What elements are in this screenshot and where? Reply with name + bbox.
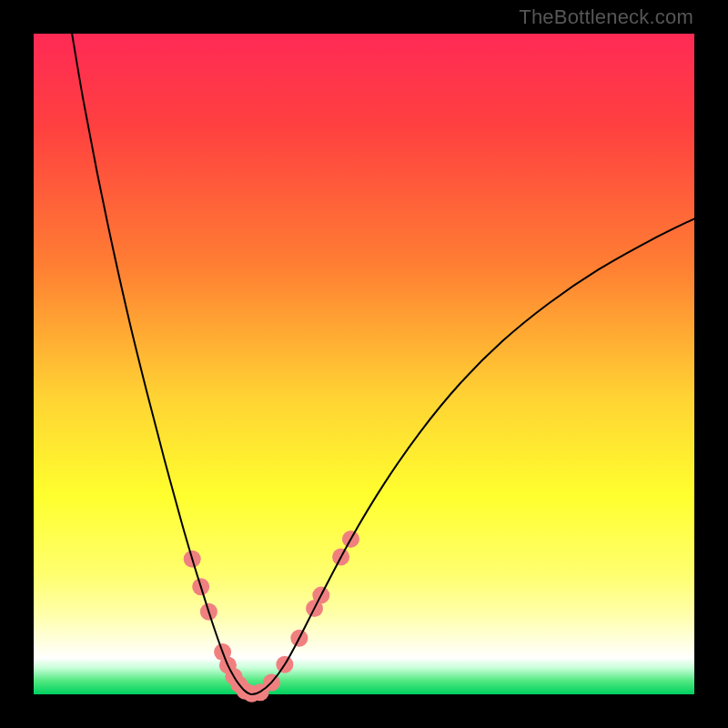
watermark-text: TheBottleneck.com [519,5,693,29]
frame: TheBottleneck.com [0,0,728,728]
gradient-background [34,34,694,694]
plot-area [34,34,694,694]
bottleneck-chart [34,34,694,694]
